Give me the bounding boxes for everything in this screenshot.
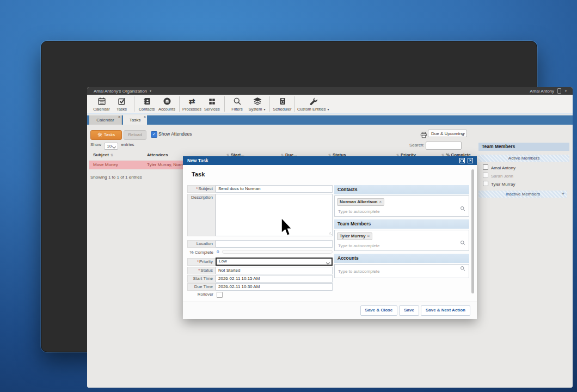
modal-titlebar[interactable]: New Task × (183, 156, 477, 165)
start-time-input[interactable]: 2026-02-11 10:15 AM (216, 275, 333, 283)
tab-bar: Calendar × Tasks × (87, 115, 573, 125)
modal-title: New Task (187, 158, 208, 163)
tasks-button[interactable]: Tasks (90, 130, 122, 140)
team-members-section-header: Team Members (334, 219, 469, 229)
reload-button[interactable]: Reload (124, 130, 146, 140)
status-select[interactable]: Not Started (216, 267, 333, 274)
due-time-input[interactable]: 2026-02-11 10:30 AM (216, 283, 333, 291)
toolbar-filters[interactable]: Filters (227, 95, 247, 113)
toolbar-scheduler[interactable]: Scheduler (272, 95, 292, 113)
search-icon (460, 264, 465, 273)
start-time-label: Start Time (187, 275, 216, 283)
search-label: Search: (409, 143, 425, 148)
page-size-select[interactable]: 10 (104, 143, 118, 150)
mobile-icon (557, 88, 561, 94)
description-textarea[interactable] (216, 194, 333, 236)
tab-tasks[interactable]: Tasks × (123, 115, 147, 125)
priority-select[interactable]: Low (216, 258, 333, 266)
toolbar-services[interactable]: Services (202, 95, 222, 113)
subject-label: *Subject (187, 185, 216, 193)
location-input[interactable] (216, 240, 333, 248)
pct-complete-label: % Complete (187, 249, 216, 257)
close-tab-icon[interactable]: × (144, 115, 146, 119)
show-attendees-checkbox[interactable]: ✓ (151, 131, 157, 138)
team-members-autocomplete[interactable]: Tyler Murray× Type to autocomplete (334, 230, 469, 251)
member-checkbox[interactable] (483, 181, 488, 186)
modal-scrollbar[interactable] (471, 169, 474, 293)
rollover-checkbox[interactable] (217, 292, 223, 298)
close-icon[interactable]: × (468, 158, 473, 163)
print-icon[interactable] (420, 131, 427, 140)
pct-complete-value: 0 (217, 249, 219, 254)
member-sarah-john[interactable]: Sarah John (483, 173, 569, 178)
app-titlebar: Amal Antony's Organization▼ Amal Antony▼ (87, 87, 573, 95)
plus-icon[interactable]: + (562, 191, 564, 198)
description-label: Description (187, 194, 216, 236)
chevron-down-icon (112, 145, 116, 149)
team-member-chip: Tyler Murray× (337, 232, 372, 240)
accounts-autocomplete[interactable]: Type to autocomplete (334, 264, 469, 278)
resize-grip[interactable] (329, 232, 332, 235)
sort-icon: ⇅ (111, 154, 113, 157)
inactive-members-header[interactable]: Inactive Members + (478, 191, 567, 198)
save-close-button[interactable]: Save & Close (360, 305, 398, 316)
team-members-title: Team Members (478, 143, 569, 151)
team-members-panel: Team Members Active Members Amal Antony … (478, 143, 569, 198)
layers-icon (253, 97, 262, 106)
rollover-label: Rollover (187, 291, 216, 299)
autocomplete-placeholder: Type to autocomplete (338, 243, 380, 248)
user-menu[interactable]: Amal Antony▼ (530, 87, 567, 95)
toolbar-calendar[interactable]: Calendar (91, 95, 112, 113)
contacts-icon (143, 97, 151, 106)
search-input[interactable] (426, 142, 462, 150)
pct-complete-slider[interactable] (222, 250, 333, 254)
save-button[interactable]: Save (399, 305, 419, 316)
member-amal-antony[interactable]: Amal Antony (483, 164, 569, 170)
modal-heading: Task (192, 171, 205, 177)
toolbar-tasks[interactable]: Tasks (112, 95, 132, 113)
gear-icon (97, 132, 102, 140)
save-next-action-button[interactable]: Save & Next Action (421, 305, 470, 316)
close-tab-icon[interactable]: × (118, 115, 120, 119)
contacts-section-header: Contacts (334, 185, 469, 194)
toolbar-separator (134, 96, 134, 112)
toolbar-accounts[interactable]: Accounts (157, 95, 177, 113)
toolbar-custom-entities[interactable]: Custom Entities▼ (297, 95, 329, 113)
chip-remove-icon[interactable]: × (367, 234, 370, 238)
search-icon (460, 238, 465, 248)
status-label: *Status (187, 267, 216, 274)
priority-label: *Priority (187, 258, 216, 266)
search-icon (460, 204, 465, 213)
subject-input[interactable]: Send docs to Norman (216, 185, 333, 193)
maximize-icon[interactable] (459, 158, 465, 163)
main-toolbar: Calendar Tasks Contacts Accounts ⇄ (87, 95, 573, 114)
entries-label: entries (121, 142, 134, 147)
toolbar-system[interactable]: System▼ (247, 95, 267, 113)
member-tyler-murray[interactable]: Tyler Murray (483, 181, 569, 186)
caret-down-icon: ▼ (263, 108, 266, 111)
tab-calendar[interactable]: Calendar × (89, 115, 122, 125)
show-attendees-label: Show Attendees (158, 131, 192, 137)
active-members-header[interactable]: Active Members (478, 155, 569, 162)
member-checkbox[interactable] (483, 173, 488, 178)
chip-remove-icon[interactable]: × (379, 199, 382, 204)
contacts-autocomplete[interactable]: Norman Albertson× Type to autocomplete (334, 195, 469, 217)
due-filter-dropdown[interactable]: Due & Upcoming (428, 130, 467, 137)
search-icon (233, 97, 242, 106)
show-label: Show (90, 142, 101, 147)
toolbar-separator (294, 96, 295, 112)
toolbar-contacts[interactable]: Contacts (137, 95, 157, 113)
toolbar-processes[interactable]: ⇄ Processes (182, 95, 202, 113)
scheduler-icon (278, 97, 287, 106)
member-checkbox[interactable] (483, 164, 488, 170)
organization-menu[interactable]: Amal Antony's Organization▼ (94, 87, 152, 95)
accounts-section-header: Accounts (334, 254, 469, 263)
desktop: Amal Antony's Organization▼ Amal Antony▼… (0, 0, 577, 392)
column-subject[interactable]: Subject⇅ (93, 152, 113, 157)
tasks-icon (118, 97, 126, 106)
column-attendees[interactable]: Attendees (147, 152, 168, 157)
caret-down-icon: ▼ (564, 89, 567, 93)
contact-chip: Norman Albertson× (337, 198, 384, 206)
caret-down-icon: ▼ (327, 108, 330, 111)
caret-down-icon: ▼ (149, 89, 152, 93)
